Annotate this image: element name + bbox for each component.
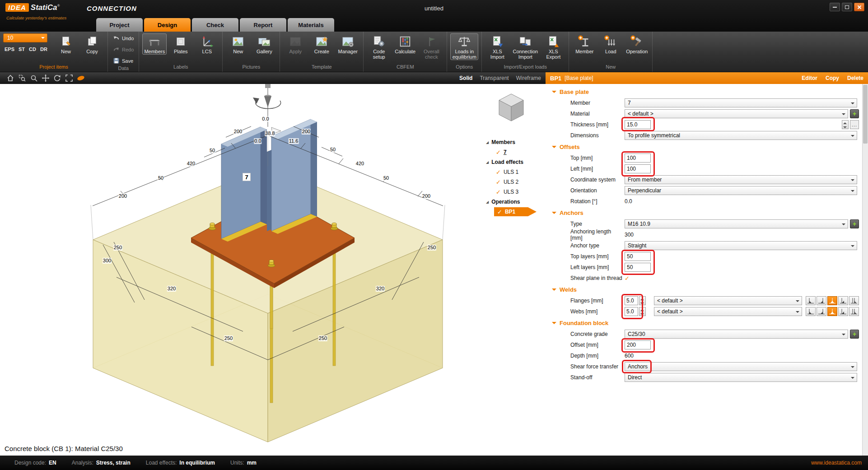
weld-type-back-icon[interactable] — [849, 296, 859, 305]
connection-import-button[interactable]: Connection Import — [511, 33, 539, 60]
template-apply-button[interactable]: Apply — [283, 33, 308, 55]
add-concrete-grade-button[interactable]: + — [850, 330, 859, 339]
rotate-view-button[interactable] — [51, 73, 63, 83]
selected-operation-badge[interactable]: ✓ BP1 — [494, 207, 537, 216]
editor-button[interactable]: Editor — [802, 75, 817, 81]
add-anchor-type-button[interactable]: + — [850, 219, 859, 228]
check-icon[interactable]: ✓ — [496, 149, 501, 156]
weld-type-both-icon[interactable] — [827, 296, 837, 305]
left-layers-input[interactable] — [625, 263, 651, 272]
toggle-st[interactable]: ST — [19, 47, 25, 52]
minimize-button[interactable] — [830, 3, 840, 11]
web-weld-size-input[interactable] — [625, 307, 638, 316]
block-depth-value[interactable]: 600 — [625, 353, 634, 359]
material-dropdown[interactable]: < default > — [625, 109, 848, 118]
weld-type-left-icon[interactable] — [806, 307, 816, 316]
save-button[interactable]: Save — [111, 56, 135, 65]
labels-lcs-button[interactable]: LCS — [195, 33, 219, 55]
weld-type-right-icon[interactable] — [817, 296, 826, 305]
highlighter-button[interactable] — [75, 73, 87, 83]
anchor-assembly-dropdown[interactable]: M16 10.9 — [625, 219, 848, 228]
anchoring-length-value[interactable]: 300 — [625, 232, 634, 238]
toggle-eps[interactable]: EPS — [5, 47, 14, 52]
labels-members-button[interactable]: Members — [142, 33, 167, 55]
offset-top-input[interactable] — [625, 154, 651, 163]
weld-type-right-icon[interactable] — [817, 307, 826, 316]
flange-weld-material-dropdown[interactable]: < default > — [654, 296, 802, 305]
navigation-cube[interactable] — [494, 89, 529, 125]
block-offset-input[interactable] — [625, 340, 651, 349]
weld-type-both-icon[interactable] — [827, 307, 837, 316]
member-dropdown[interactable]: 7 — [625, 98, 857, 107]
orientation-dropdown[interactable]: Perpendicular — [625, 186, 857, 195]
flange-weld-size-input[interactable] — [625, 296, 638, 305]
weld-type-front-icon[interactable] — [838, 296, 848, 305]
section-offsets[interactable]: Offsets — [546, 141, 868, 153]
tree-node-members[interactable]: ◢ Members — [486, 137, 545, 147]
redo-button[interactable]: Redo — [111, 45, 135, 54]
tree-item-uls1[interactable]: ✓ ULS 1 — [486, 167, 545, 177]
xls-import-button[interactable]: XLS Import — [485, 33, 509, 60]
new-load-button[interactable]: Load — [598, 33, 623, 55]
tab-design[interactable]: Design — [144, 18, 191, 32]
calculate-button[interactable]: Calculate — [393, 33, 417, 55]
thickness-spinner[interactable] — [842, 120, 849, 129]
tree-item-member-7[interactable]: ✓ 7 — [486, 147, 545, 157]
weld-type-front-icon[interactable] — [838, 307, 848, 316]
tab-project[interactable]: Project — [96, 18, 143, 32]
section-base-plate[interactable]: Base plate — [546, 86, 868, 98]
member-label[interactable]: 7 — [243, 173, 251, 181]
weld-type-left-icon[interactable] — [806, 296, 816, 305]
new-project-item-button[interactable]: New — [54, 33, 78, 55]
new-operation-button[interactable]: Operation — [625, 33, 649, 55]
labels-plates-button[interactable]: Plates — [168, 33, 193, 55]
tree-item-uls2[interactable]: ✓ ULS 2 — [486, 177, 545, 187]
tree-node-operations[interactable]: ◢ Operations — [486, 197, 545, 207]
template-create-button[interactable]: Create — [309, 33, 334, 55]
view-mode-transparent[interactable]: Transparent — [480, 75, 509, 81]
dimensions-dropdown[interactable]: To profile symmetrical — [625, 131, 857, 140]
thickness-input[interactable] — [625, 120, 651, 129]
zoom-button[interactable] — [28, 73, 40, 83]
toggle-cd[interactable]: CD — [29, 47, 36, 52]
project-item-selector[interactable]: 10 — [3, 33, 47, 42]
tab-materials[interactable]: Materials — [288, 18, 334, 32]
viewport-3d[interactable]: 0.038.82000.011.620050504204205050200200… — [0, 84, 546, 456]
picture-gallery-button[interactable]: Gallery — [252, 33, 276, 55]
section-foundation-block[interactable]: Foundation block — [546, 317, 868, 329]
scrollbar-thumb[interactable] — [863, 85, 868, 144]
loads-in-equilibrium-button[interactable]: Loads in equilibrium — [450, 33, 478, 60]
pan-button[interactable] — [40, 73, 51, 83]
zoom-fit-button[interactable] — [63, 73, 75, 83]
tree-item-uls3[interactable]: ✓ ULS 3 — [486, 187, 545, 197]
home-view-button[interactable] — [5, 73, 16, 83]
add-material-button[interactable]: + — [850, 109, 859, 118]
view-mode-wireframe[interactable]: Wireframe — [516, 75, 541, 81]
flange-weld-spinner[interactable] — [639, 296, 646, 305]
zoom-window-button[interactable] — [16, 73, 28, 83]
stand-off-dropdown[interactable]: Direct — [625, 373, 857, 382]
picture-new-button[interactable]: New — [226, 33, 250, 55]
undo-button[interactable]: Undo — [111, 33, 135, 43]
overall-check-button[interactable]: Overall check — [419, 33, 443, 60]
check-icon[interactable]: ✓ — [496, 169, 501, 176]
shear-plane-checkbox[interactable]: ✓ — [625, 275, 630, 282]
offset-left-input[interactable] — [625, 164, 651, 173]
thickness-more-button[interactable]: ... — [850, 120, 859, 129]
concrete-grade-dropdown[interactable]: C25/30 — [625, 330, 848, 339]
rotation-value[interactable]: 0.0 — [625, 198, 632, 205]
delete-operation-button[interactable]: Delete — [847, 75, 863, 81]
panel-scrollbar[interactable] — [862, 84, 868, 456]
section-anchors[interactable]: Anchors — [546, 207, 868, 219]
new-member-button[interactable]: Member — [572, 33, 597, 55]
xls-export-button[interactable]: XLS Export — [541, 33, 565, 60]
top-layers-input[interactable] — [625, 252, 651, 261]
tab-check[interactable]: Check — [192, 18, 238, 32]
tree-item-bp1[interactable]: ✓ BP1 — [486, 207, 545, 217]
web-weld-material-dropdown[interactable]: < default > — [654, 307, 802, 316]
tree-node-load-effects[interactable]: ◢ Load effects — [486, 157, 545, 167]
check-icon[interactable]: ✓ — [496, 189, 501, 195]
weld-type-back-icon[interactable] — [849, 307, 859, 316]
check-icon[interactable]: ✓ — [496, 179, 501, 186]
shear-force-transfer-dropdown[interactable]: Anchors — [625, 362, 857, 371]
